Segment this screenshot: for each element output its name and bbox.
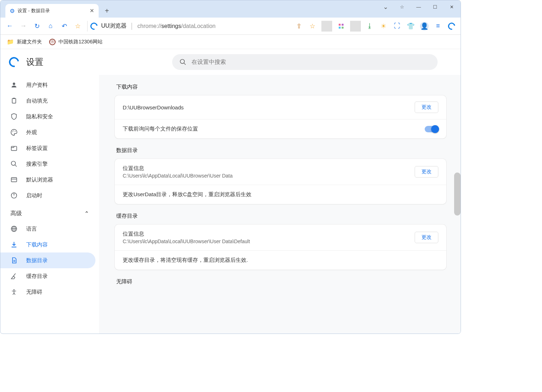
sun-icon[interactable]: ☀ — [378, 21, 389, 32]
svg-point-10 — [13, 131, 14, 131]
datadir-location-row: 位置信息 C:\Users\lc\AppData\Local\UUBrowser… — [115, 159, 446, 185]
search-icon — [179, 58, 187, 66]
settings-search[interactable] — [172, 54, 438, 70]
svg-line-5 — [184, 63, 186, 65]
palette-icon — [10, 129, 18, 136]
datadir-note-row: 更改UserData目录，释放C盘空间，重启浏览器后生效 — [115, 185, 446, 204]
back-button[interactable]: ← — [4, 20, 15, 32]
separator — [321, 21, 332, 32]
svg-point-4 — [180, 60, 185, 64]
apps-grid-icon[interactable] — [336, 21, 347, 32]
maximize-button[interactable]: ☐ — [427, 1, 443, 12]
sidebar-item-autofill[interactable]: 自动填充 — [0, 93, 95, 109]
broom-icon — [10, 273, 18, 280]
bookmarks-bar: 📁 新建文件夹 Ⓡ 中国铁路12306网站 — [0, 35, 461, 49]
svg-point-25 — [13, 289, 14, 291]
download-path-row: D:\UUBrowserDownloads 更改 — [115, 95, 446, 119]
sidebar-item-privacy[interactable]: 隐私和安全 — [0, 109, 95, 124]
search-input[interactable] — [192, 59, 430, 65]
svg-rect-7 — [12, 98, 16, 103]
star-outline-icon[interactable]: ☆ — [394, 1, 410, 12]
location-label: 位置信息 — [123, 165, 233, 172]
address-bar[interactable]: UU浏览器 │ chrome://settings/dataLocation — [87, 21, 291, 32]
file-icon — [10, 257, 18, 264]
profile-avatar-icon[interactable]: 👤 — [419, 21, 430, 32]
user-icon — [10, 81, 18, 89]
sidebar-item-cache-dir[interactable]: 缓存目录 — [0, 268, 95, 284]
menu-icon[interactable]: ≡ — [433, 21, 443, 32]
share-icon[interactable]: ⇪ — [293, 21, 304, 32]
svg-point-9 — [12, 131, 13, 132]
sidebar-item-profile[interactable]: 用户资料 — [0, 77, 95, 93]
shield-icon — [10, 113, 18, 120]
rail-icon: Ⓡ — [49, 39, 56, 45]
svg-point-11 — [15, 131, 15, 132]
sidebar-advanced-toggle[interactable]: 高级⌃ — [0, 203, 99, 221]
ask-before-download-toggle[interactable] — [425, 126, 438, 132]
browser-tab[interactable]: ⚙ 设置 - 数据目录 ✕ — [5, 4, 99, 18]
download-path: D:\UUBrowserDownloads — [123, 104, 184, 110]
browser-logo-icon[interactable] — [446, 21, 457, 32]
star-icon[interactable]: ☆ — [307, 21, 318, 32]
download-icon[interactable]: ⭳ — [364, 21, 375, 32]
home-button[interactable]: ⌂ — [45, 20, 56, 32]
browser-brand: UU浏览器 — [101, 22, 127, 30]
separator: │ — [130, 23, 134, 29]
settings-sidebar: 用户资料 自动填充 隐私和安全 外观 标签设置 搜索引擎 默认浏览器 启动时 高… — [0, 75, 99, 334]
svg-rect-0 — [339, 24, 340, 25]
cachedir-note-row: 更改缓存目录，将清空现有缓存，重启浏览器后生效. — [115, 250, 446, 270]
shirt-icon[interactable]: 👕 — [405, 21, 416, 32]
sidebar-item-data-dir[interactable]: 数据目录 — [0, 252, 95, 268]
ask-before-download-row: 下载前询问每个文件的保存位置 — [115, 119, 446, 138]
downloads-card: D:\UUBrowserDownloads 更改 下载前询问每个文件的保存位置 — [115, 95, 446, 138]
change-cachedir-button[interactable]: 更改 — [415, 232, 438, 243]
close-window-button[interactable]: ✕ — [444, 1, 459, 12]
bookmark-link[interactable]: Ⓡ 中国铁路12306网站 — [49, 39, 103, 45]
sidebar-item-downloads[interactable]: 下载内容 — [0, 237, 95, 252]
search-icon — [10, 160, 18, 167]
sidebar-item-tabs[interactable]: 标签设置 — [0, 140, 95, 156]
fullscreen-icon[interactable]: ⛶ — [392, 21, 402, 32]
tab-icon — [10, 145, 18, 152]
bookmark-folder[interactable]: 📁 新建文件夹 — [7, 38, 42, 45]
datadir-card: 位置信息 C:\Users\lc\AppData\Local\UUBrowser… — [115, 159, 446, 204]
forward-button[interactable]: → — [18, 20, 29, 32]
gear-icon: ⚙ — [10, 8, 15, 14]
page-title: 设置 — [26, 56, 43, 68]
sidebar-item-default-browser[interactable]: 默认浏览器 — [0, 172, 95, 188]
app-logo-icon — [7, 55, 21, 69]
change-download-path-button[interactable]: 更改 — [415, 101, 438, 113]
minimize-button[interactable]: — — [411, 1, 426, 12]
cachedir-note: 更改缓存目录，将清空现有缓存，重启浏览器后生效. — [123, 257, 248, 264]
cachedir-path: C:\Users\lc\AppData\Local\UUBrowser\User… — [123, 238, 250, 244]
browser-logo-icon — [89, 21, 99, 31]
cachedir-location-row: 位置信息 C:\Users\lc\AppData\Local\UUBrowser… — [115, 225, 446, 250]
page-scrollbar[interactable] — [454, 173, 461, 216]
accessibility-icon — [10, 288, 18, 296]
reload-button[interactable]: ↻ — [31, 20, 43, 32]
svg-line-24 — [13, 274, 15, 277]
power-icon — [10, 192, 18, 199]
folder-icon: 📁 — [7, 38, 14, 45]
sidebar-item-search-engine[interactable]: 搜索引擎 — [0, 156, 95, 172]
favorite-button[interactable]: ☆ — [72, 20, 84, 32]
ask-label: 下载前询问每个文件的保存位置 — [123, 126, 198, 132]
sidebar-item-language[interactable]: 语言 — [0, 221, 95, 237]
section-title-accessibility: 无障碍 — [116, 278, 446, 285]
cachedir-card: 位置信息 C:\Users\lc\AppData\Local\UUBrowser… — [115, 225, 446, 270]
browser-toolbar: ← → ↻ ⌂ ↶ ☆ UU浏览器 │ chrome://settings/da… — [0, 18, 461, 35]
svg-rect-1 — [342, 24, 344, 25]
undo-button[interactable]: ↶ — [58, 20, 70, 32]
svg-rect-15 — [11, 178, 17, 182]
change-datadir-button[interactable]: 更改 — [415, 166, 438, 178]
clipboard-icon — [10, 97, 18, 104]
sidebar-item-startup[interactable]: 启动时 — [0, 188, 95, 203]
svg-rect-3 — [342, 27, 344, 28]
new-tab-button[interactable]: + — [102, 5, 112, 16]
bookmark-label: 新建文件夹 — [17, 39, 42, 45]
sidebar-item-accessibility[interactable]: 无障碍 — [0, 284, 95, 300]
sidebar-item-appearance[interactable]: 外观 — [0, 124, 95, 140]
close-tab-icon[interactable]: ✕ — [90, 8, 94, 14]
settings-content: 下载内容 D:\UUBrowserDownloads 更改 下载前询问每个文件的… — [99, 75, 461, 334]
chevron-down-icon[interactable]: ⌄ — [378, 1, 393, 12]
